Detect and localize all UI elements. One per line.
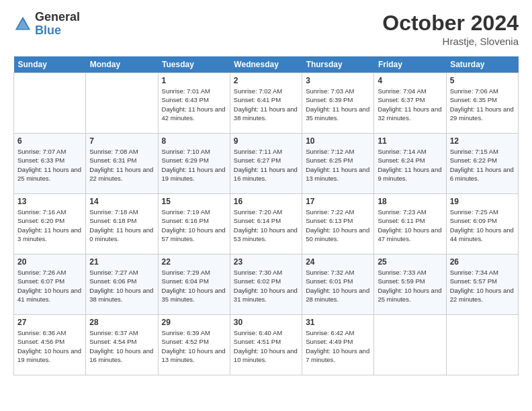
day-info: Sunrise: 7:04 AM Sunset: 6:37 PM Dayligh… xyxy=(378,87,442,122)
table-row: 16Sunrise: 7:20 AM Sunset: 6:14 PM Dayli… xyxy=(230,194,302,255)
day-info: Sunrise: 7:12 AM Sunset: 6:25 PM Dayligh… xyxy=(306,147,370,183)
header-wednesday: Wednesday xyxy=(230,56,302,73)
header-friday: Friday xyxy=(374,56,446,73)
day-info: Sunrise: 7:22 AM Sunset: 6:13 PM Dayligh… xyxy=(306,208,370,243)
title-block: October 2024 Hrastje, Slovenia xyxy=(382,11,519,47)
day-info: Sunrise: 7:03 AM Sunset: 6:39 PM Dayligh… xyxy=(306,87,370,122)
day-info: Sunrise: 6:37 AM Sunset: 4:54 PM Dayligh… xyxy=(89,328,154,364)
table-row: 18Sunrise: 7:23 AM Sunset: 6:11 PM Dayli… xyxy=(374,194,446,255)
days-header-row: Sunday Monday Tuesday Wednesday Thursday… xyxy=(14,56,519,73)
day-number: 28 xyxy=(89,318,154,327)
day-info: Sunrise: 7:02 AM Sunset: 6:41 PM Dayligh… xyxy=(234,87,298,122)
table-row: 27Sunrise: 6:36 AM Sunset: 4:56 PM Dayli… xyxy=(14,315,86,375)
day-number: 31 xyxy=(306,318,370,327)
table-row: 28Sunrise: 6:37 AM Sunset: 4:54 PM Dayli… xyxy=(86,315,158,375)
day-number: 9 xyxy=(234,136,298,146)
day-info: Sunrise: 7:30 AM Sunset: 6:02 PM Dayligh… xyxy=(234,268,298,304)
day-number: 22 xyxy=(162,257,226,267)
day-number: 25 xyxy=(378,257,442,267)
table-row: 26Sunrise: 7:34 AM Sunset: 5:57 PM Dayli… xyxy=(446,255,518,315)
table-row: 12Sunrise: 7:15 AM Sunset: 6:22 PM Dayli… xyxy=(446,134,518,194)
day-number: 3 xyxy=(306,76,370,85)
day-info: Sunrise: 6:36 AM Sunset: 4:56 PM Dayligh… xyxy=(17,328,82,364)
table-row: 31Sunrise: 6:42 AM Sunset: 4:49 PM Dayli… xyxy=(302,315,374,375)
day-info: Sunrise: 7:26 AM Sunset: 6:07 PM Dayligh… xyxy=(17,268,82,304)
day-info: Sunrise: 7:33 AM Sunset: 5:59 PM Dayligh… xyxy=(378,268,442,304)
table-row: 22Sunrise: 7:29 AM Sunset: 6:04 PM Dayli… xyxy=(158,255,230,315)
table-row: 29Sunrise: 6:39 AM Sunset: 4:52 PM Dayli… xyxy=(158,315,230,375)
table-row: 20Sunrise: 7:26 AM Sunset: 6:07 PM Dayli… xyxy=(14,255,86,315)
day-info: Sunrise: 7:19 AM Sunset: 6:16 PM Dayligh… xyxy=(162,208,226,243)
day-info: Sunrise: 7:34 AM Sunset: 5:57 PM Dayligh… xyxy=(450,268,515,304)
day-info: Sunrise: 7:18 AM Sunset: 6:18 PM Dayligh… xyxy=(89,208,154,243)
day-number: 17 xyxy=(306,197,370,206)
logo: General Blue xyxy=(13,11,80,38)
day-info: Sunrise: 7:14 AM Sunset: 6:24 PM Dayligh… xyxy=(378,147,442,183)
day-info: Sunrise: 7:29 AM Sunset: 6:04 PM Dayligh… xyxy=(162,268,226,304)
table-row: 4Sunrise: 7:04 AM Sunset: 6:37 PM Daylig… xyxy=(374,73,446,134)
day-info: Sunrise: 7:25 AM Sunset: 6:09 PM Dayligh… xyxy=(450,208,515,243)
header-monday: Monday xyxy=(86,56,158,73)
day-info: Sunrise: 7:23 AM Sunset: 6:11 PM Dayligh… xyxy=(378,208,442,243)
week-row-4: 20Sunrise: 7:26 AM Sunset: 6:07 PM Dayli… xyxy=(14,255,519,315)
logo-general: General xyxy=(35,11,80,24)
day-number: 10 xyxy=(306,136,370,146)
logo-blue: Blue xyxy=(35,24,80,38)
week-row-2: 6Sunrise: 7:07 AM Sunset: 6:33 PM Daylig… xyxy=(14,134,519,194)
table-row xyxy=(374,315,446,375)
day-number: 4 xyxy=(378,76,442,85)
day-number: 27 xyxy=(17,318,82,327)
table-row: 13Sunrise: 7:16 AM Sunset: 6:20 PM Dayli… xyxy=(14,194,86,255)
table-row: 6Sunrise: 7:07 AM Sunset: 6:33 PM Daylig… xyxy=(14,134,86,194)
month-title: October 2024 xyxy=(382,11,519,36)
day-number: 15 xyxy=(162,197,226,206)
calendar-table: Sunday Monday Tuesday Wednesday Thursday… xyxy=(13,56,519,375)
table-row: 14Sunrise: 7:18 AM Sunset: 6:18 PM Dayli… xyxy=(86,194,158,255)
day-info: Sunrise: 7:10 AM Sunset: 6:29 PM Dayligh… xyxy=(162,147,226,183)
table-row: 21Sunrise: 7:27 AM Sunset: 6:06 PM Dayli… xyxy=(86,255,158,315)
day-info: Sunrise: 7:20 AM Sunset: 6:14 PM Dayligh… xyxy=(234,208,298,243)
calendar-page: General Blue October 2024 Hrastje, Slove… xyxy=(0,0,532,386)
table-row xyxy=(86,73,158,134)
table-row: 2Sunrise: 7:02 AM Sunset: 6:41 PM Daylig… xyxy=(230,73,302,134)
day-info: Sunrise: 6:42 AM Sunset: 4:49 PM Dayligh… xyxy=(306,328,370,364)
table-row: 7Sunrise: 7:08 AM Sunset: 6:31 PM Daylig… xyxy=(86,134,158,194)
day-info: Sunrise: 7:11 AM Sunset: 6:27 PM Dayligh… xyxy=(234,147,298,183)
header-tuesday: Tuesday xyxy=(158,56,230,73)
day-number: 29 xyxy=(162,318,226,327)
table-row: 15Sunrise: 7:19 AM Sunset: 6:16 PM Dayli… xyxy=(158,194,230,255)
table-row: 9Sunrise: 7:11 AM Sunset: 6:27 PM Daylig… xyxy=(230,134,302,194)
table-row xyxy=(446,315,518,375)
logo-icon xyxy=(13,15,32,34)
day-number: 11 xyxy=(378,136,442,146)
table-row: 25Sunrise: 7:33 AM Sunset: 5:59 PM Dayli… xyxy=(374,255,446,315)
day-number: 6 xyxy=(17,136,82,146)
day-number: 8 xyxy=(162,136,226,146)
day-info: Sunrise: 7:15 AM Sunset: 6:22 PM Dayligh… xyxy=(450,147,515,183)
day-info: Sunrise: 6:40 AM Sunset: 4:51 PM Dayligh… xyxy=(234,328,298,364)
day-number: 16 xyxy=(234,197,298,206)
day-number: 19 xyxy=(450,197,515,206)
day-number: 12 xyxy=(450,136,515,146)
table-row: 1Sunrise: 7:01 AM Sunset: 6:43 PM Daylig… xyxy=(158,73,230,134)
table-row: 3Sunrise: 7:03 AM Sunset: 6:39 PM Daylig… xyxy=(302,73,374,134)
day-number: 14 xyxy=(89,197,154,206)
day-number: 30 xyxy=(234,318,298,327)
table-row: 30Sunrise: 6:40 AM Sunset: 4:51 PM Dayli… xyxy=(230,315,302,375)
day-number: 20 xyxy=(17,257,82,267)
day-info: Sunrise: 6:39 AM Sunset: 4:52 PM Dayligh… xyxy=(162,328,226,364)
week-row-1: 1Sunrise: 7:01 AM Sunset: 6:43 PM Daylig… xyxy=(14,73,519,134)
table-row: 24Sunrise: 7:32 AM Sunset: 6:01 PM Dayli… xyxy=(302,255,374,315)
week-row-3: 13Sunrise: 7:16 AM Sunset: 6:20 PM Dayli… xyxy=(14,194,519,255)
table-row: 23Sunrise: 7:30 AM Sunset: 6:02 PM Dayli… xyxy=(230,255,302,315)
table-row: 19Sunrise: 7:25 AM Sunset: 6:09 PM Dayli… xyxy=(446,194,518,255)
page-header: General Blue October 2024 Hrastje, Slove… xyxy=(13,11,519,47)
day-info: Sunrise: 7:01 AM Sunset: 6:43 PM Dayligh… xyxy=(162,87,226,122)
day-number: 5 xyxy=(450,76,515,85)
day-info: Sunrise: 7:27 AM Sunset: 6:06 PM Dayligh… xyxy=(89,268,154,304)
day-number: 7 xyxy=(89,136,154,146)
logo-text: General Blue xyxy=(35,11,80,38)
day-info: Sunrise: 7:32 AM Sunset: 6:01 PM Dayligh… xyxy=(306,268,370,304)
day-info: Sunrise: 7:07 AM Sunset: 6:33 PM Dayligh… xyxy=(17,147,82,183)
week-row-5: 27Sunrise: 6:36 AM Sunset: 4:56 PM Dayli… xyxy=(14,315,519,375)
